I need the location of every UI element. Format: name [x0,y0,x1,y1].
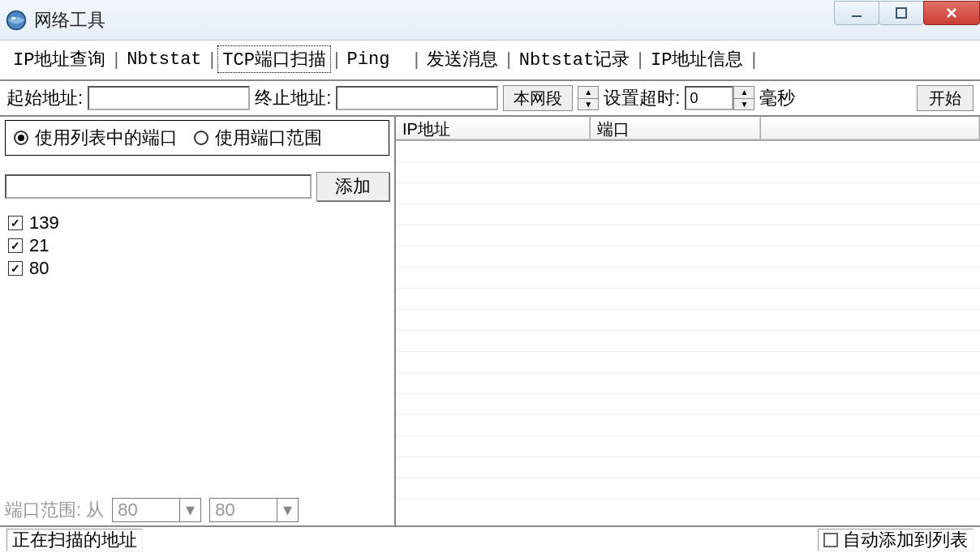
status-scanning-label: 正在扫描的地址 [6,529,143,551]
timeout-label: 设置超时: [604,86,680,110]
add-port-input[interactable] [5,174,312,199]
address-toolbar: 起始地址: 终止地址: 本网段 ▲ ▼ 设置超时: ▲ ▼ 毫秒 开始 [0,81,980,117]
checkbox-icon[interactable] [8,238,23,253]
add-port-row: 添加 [5,172,389,201]
checkbox-icon[interactable] [8,261,23,276]
status-autoadd[interactable]: 自动添加到列表 [818,529,974,551]
table-row [396,246,980,268]
left-panel: 使用列表中的端口 使用端口范围 添加 139 21 [0,117,396,525]
port-range-row: 端口范围: 从 80 ▾ 80 ▾ [5,495,389,525]
table-row [396,394,980,415]
radio-unselected-icon [194,131,208,145]
port-mode-group: 使用列表中的端口 使用端口范围 [5,120,389,156]
spinner-down-icon[interactable]: ▼ [734,99,754,110]
table-row [396,352,980,373]
port-list-item[interactable]: 21 [5,234,389,257]
tab-send-message[interactable]: 发送消息 [422,45,503,73]
table-row [396,478,980,499]
timeout-input[interactable] [685,86,733,110]
tab-separator: | [110,49,122,70]
range-from-combo[interactable]: 80 ▾ [112,498,201,522]
range-to-combo[interactable]: 80 ▾ [209,498,299,522]
status-bar: 正在扫描的地址 自动添加到列表 [0,525,980,553]
maximize-button[interactable] [879,1,924,25]
spinner-up-icon[interactable]: ▲ [734,87,754,99]
tab-bar: IP地址查询 | Nbtstat | TCP端口扫描 | Ping | 发送消息… [0,41,980,81]
tab-separator: | [634,49,646,70]
status-autoadd-label: 自动添加到列表 [843,528,968,552]
tab-nbtstat[interactable]: Nbtstat [122,48,206,71]
port-list-item[interactable]: 139 [5,212,389,234]
port-value: 139 [29,212,59,234]
app-icon [5,9,28,32]
window-title: 网络工具 [34,8,835,32]
start-button[interactable]: 开始 [917,85,974,111]
table-row [396,310,980,331]
svg-rect-3 [896,8,906,18]
spinner-up-icon[interactable]: ▲ [578,87,598,99]
titlebar: 网络工具 [0,0,980,41]
tab-tcp-port-scan[interactable]: TCP端口扫描 [217,45,331,73]
start-addr-label: 起始地址: [6,86,83,110]
port-value: 80 [29,258,49,279]
spinner-down-icon[interactable]: ▼ [578,99,598,110]
results-table-header: IP地址 端口 [396,117,980,141]
table-row [396,141,980,162]
timeout-spinner[interactable]: ▲ ▼ [733,86,754,110]
range-from-value: 80 [113,499,179,521]
tab-separator: | [748,49,759,70]
tab-separator: | [331,49,342,70]
table-row [396,183,980,204]
col-ip[interactable]: IP地址 [396,117,591,140]
this-segment-button[interactable]: 本网段 [503,85,573,111]
table-row [396,436,980,457]
add-port-button[interactable]: 添加 [316,172,389,201]
tab-ip-info[interactable]: IP地址信息 [646,45,748,73]
app-window: 网络工具 IP地址查询 | Nbtstat | TCP端口扫描 | Ping |… [0,0,980,553]
range-to-value: 80 [210,499,277,521]
chevron-down-icon[interactable]: ▾ [179,499,200,521]
col-port[interactable]: 端口 [591,117,761,140]
radio-use-range-label: 使用端口范围 [215,126,322,150]
checkbox-icon[interactable] [823,533,838,547]
port-value: 21 [29,235,49,256]
tab-nbtstat-log[interactable]: Nbtstat记录 [514,45,634,73]
tab-separator: | [410,49,422,70]
port-list[interactable]: 139 21 80 [5,211,389,495]
tab-ping[interactable]: Ping [342,48,395,71]
main-area: 使用列表中的端口 使用端口范围 添加 139 21 [0,117,980,525]
end-addr-input[interactable] [336,86,498,110]
radio-use-list-label: 使用列表中的端口 [35,126,178,150]
table-row [396,457,980,478]
svg-rect-2 [852,15,862,17]
range-label: 端口范围: 从 [5,498,104,522]
table-row [396,204,980,225]
svg-point-1 [11,16,15,19]
segment-spinner[interactable]: ▲ ▼ [578,86,599,110]
table-row [396,415,980,436]
table-row [396,162,980,183]
table-row [396,373,980,394]
end-addr-label: 终止地址: [255,86,331,110]
tab-ip-query[interactable]: IP地址查询 [8,45,110,73]
window-buttons [835,1,980,25]
close-button[interactable] [923,1,980,25]
table-row [396,289,980,310]
timeout-unit: 毫秒 [759,86,795,110]
radio-use-list[interactable]: 使用列表中的端口 [14,126,178,150]
table-row [396,268,980,289]
port-list-item[interactable]: 80 [5,257,389,280]
tab-separator: | [503,49,514,70]
table-row [396,331,980,352]
chevron-down-icon[interactable]: ▾ [277,499,298,521]
checkbox-icon[interactable] [8,216,23,230]
results-panel: IP地址 端口 [396,117,980,525]
col-extra[interactable] [761,117,980,140]
results-table-body[interactable] [396,141,980,525]
minimize-button[interactable] [834,1,879,25]
table-row [396,225,980,246]
radio-selected-icon [14,131,28,145]
tab-separator: | [207,49,218,70]
radio-use-range[interactable]: 使用端口范围 [194,126,322,150]
start-addr-input[interactable] [88,86,250,110]
